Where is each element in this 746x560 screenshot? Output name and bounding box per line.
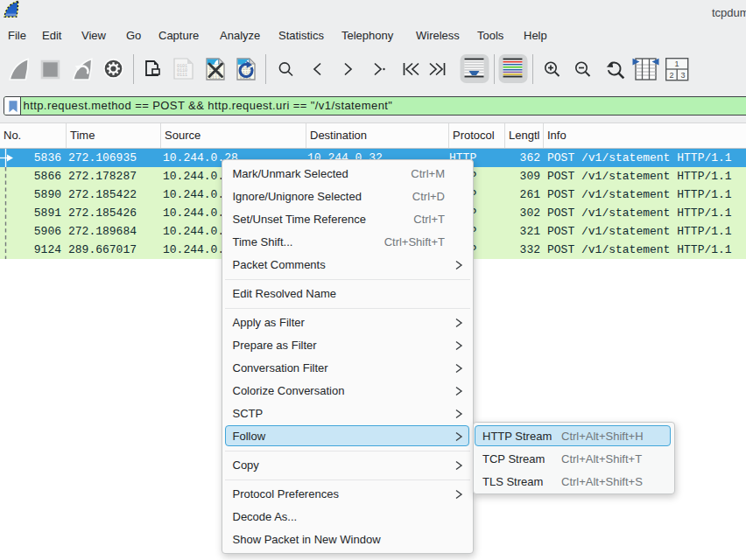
svg-text:0111: 0111 (177, 73, 187, 78)
svg-text:1: 1 (675, 60, 679, 68)
svg-text:3: 3 (681, 71, 686, 80)
svg-text:2: 2 (670, 71, 674, 80)
